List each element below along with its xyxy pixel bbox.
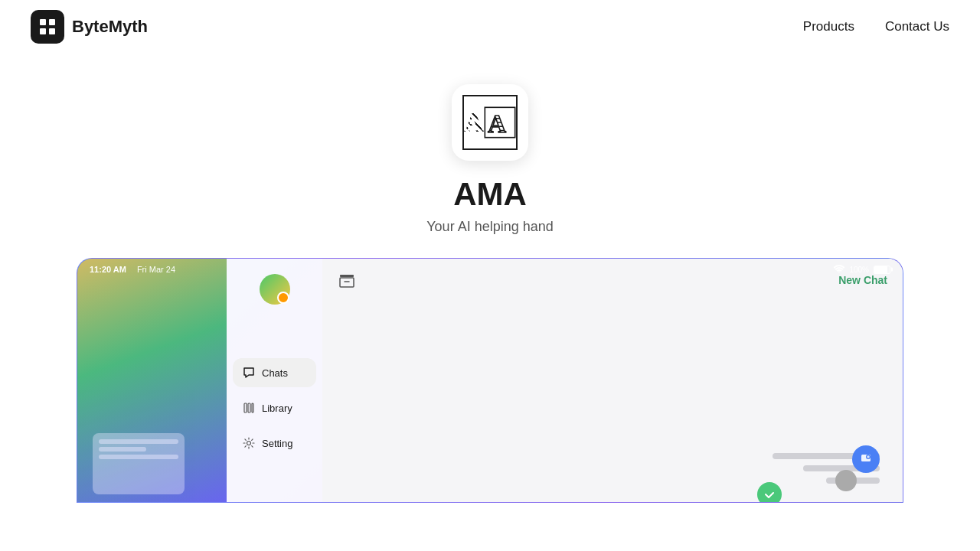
battery-text: 100% <box>849 266 869 274</box>
app-name: AMA <box>453 176 527 213</box>
svg-rect-17 <box>248 403 250 412</box>
app-icon: A A <box>462 95 518 150</box>
logo-area: ByteMyth <box>31 10 148 44</box>
bg-screen-line-2 <box>99 447 146 452</box>
svg-text:A: A <box>488 110 506 138</box>
status-time: 11:20 AM <box>90 265 126 274</box>
battery-icon <box>874 266 890 274</box>
bg-screen-line-1 <box>99 439 178 444</box>
status-right: 100% <box>834 265 890 274</box>
svg-point-19 <box>247 442 251 445</box>
sidebar-item-library[interactable]: Library <box>233 393 316 422</box>
sidebar-nav: Chats Library <box>227 358 322 458</box>
hero-section: A A AMA Your AI helping hand <box>0 54 980 258</box>
chat-bubble-area <box>742 453 880 484</box>
device-mockup: 11:20 AM Fri Mar 24 100% <box>77 258 903 503</box>
left-panel <box>77 259 227 502</box>
status-bar: 11:20 AM Fri Mar 24 100% <box>77 259 903 280</box>
app-subtitle: Your AI helping hand <box>426 219 553 235</box>
setting-icon <box>242 436 256 450</box>
svg-rect-16 <box>244 403 247 412</box>
sidebar-setting-label: Setting <box>262 438 292 449</box>
bg-device-screen <box>93 433 185 494</box>
svg-rect-3 <box>49 28 55 34</box>
chat-icon <box>242 366 256 380</box>
floating-icon-green <box>757 482 782 503</box>
svg-rect-1 <box>49 19 55 25</box>
wifi-icon <box>834 265 844 274</box>
svg-rect-2 <box>40 28 46 34</box>
svg-rect-18 <box>252 403 253 412</box>
header: ByteMyth Products Contact Us <box>0 0 980 54</box>
sidebar-library-label: Library <box>262 403 292 414</box>
floating-icon-gray <box>835 470 857 491</box>
app-icon-wrapper: A A <box>452 84 528 161</box>
chat-area <box>322 302 903 499</box>
sidebar-item-chats[interactable]: Chats <box>233 358 316 387</box>
library-icon <box>242 401 256 415</box>
sidebar-item-setting[interactable]: Setting <box>233 429 316 458</box>
logo-icon <box>31 10 64 44</box>
sidebar-chats-label: Chats <box>262 367 288 379</box>
logo-text: ByteMyth <box>72 17 148 37</box>
status-date: Fri Mar 24 <box>137 265 175 274</box>
bg-device <box>93 433 185 494</box>
nav-products[interactable]: Products <box>803 19 854 34</box>
nav-links: Products Contact Us <box>803 19 949 34</box>
nav-contact[interactable]: Contact Us <box>885 19 949 34</box>
floating-icon-blue <box>852 445 880 473</box>
bg-screen-line-3 <box>99 455 178 459</box>
sidebar: Chats Library <box>227 259 322 502</box>
main-content: New Chat <box>322 259 903 502</box>
svg-rect-0 <box>40 19 46 25</box>
